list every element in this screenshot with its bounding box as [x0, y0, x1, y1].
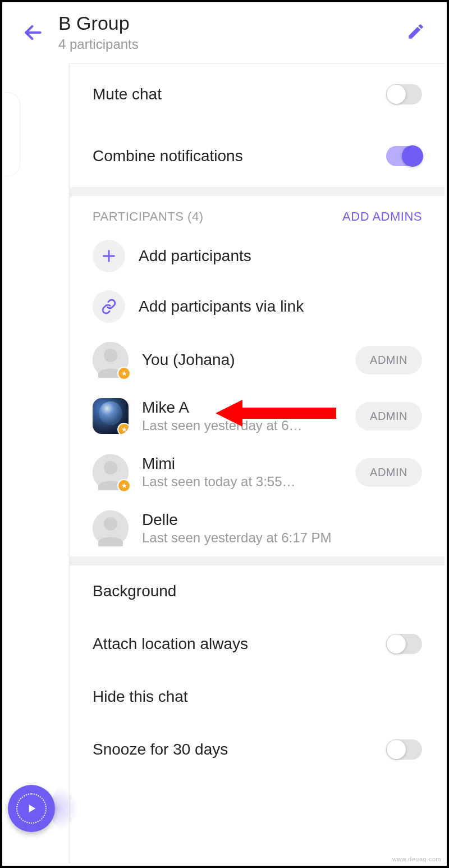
participant-name: You (Johana) [142, 351, 355, 369]
back-button[interactable] [19, 22, 47, 43]
left-panel-sliver [4, 92, 20, 176]
background-row[interactable]: Background [70, 565, 445, 617]
participant-name: Mimi [142, 455, 355, 473]
avatar [93, 398, 129, 434]
link-icon [93, 290, 125, 323]
participant-row[interactable]: You (Johana) ADMIN [70, 332, 445, 388]
attach-location-row[interactable]: Attach location always [70, 617, 445, 671]
mute-chat-label: Mute chat [93, 85, 162, 103]
group-title: B Group [58, 12, 402, 34]
pencil-icon [406, 22, 425, 41]
snooze-label: Snooze for 30 days [93, 741, 228, 759]
svg-marker-10 [29, 805, 36, 812]
svg-point-4 [104, 349, 117, 362]
group-info-panel: Mute chat Combine notifications PARTICIP… [70, 63, 445, 864]
attach-location-label: Attach location always [93, 635, 248, 653]
participants-header: PARTICIPANTS (4) ADD ADMINS [70, 196, 445, 231]
edit-button[interactable] [402, 17, 430, 48]
avatar [93, 454, 129, 490]
participant-row[interactable]: Mimi Last seen today at 3:55… ADMIN [70, 444, 445, 500]
hide-chat-row[interactable]: Hide this chat [70, 671, 445, 723]
participant-status: Last seen today at 3:55… [142, 474, 355, 490]
section-divider [70, 556, 445, 565]
header-titles: B Group 4 participants [58, 12, 402, 52]
watermark: www.deuaq.com [392, 856, 441, 862]
combine-notifications-toggle[interactable] [386, 146, 422, 166]
add-via-link-row[interactable]: Add participants via link [70, 281, 445, 332]
svg-point-6 [104, 461, 117, 474]
participants-count-label: PARTICIPANTS (4) [93, 209, 203, 224]
section-divider [70, 187, 445, 196]
header: B Group 4 participants [2, 2, 447, 62]
combine-notifications-row[interactable]: Combine notifications [70, 125, 445, 187]
hide-chat-label: Hide this chat [93, 688, 188, 706]
participant-status: Last seen yesterday at 6… [142, 418, 355, 433]
plus-icon [93, 240, 125, 272]
admin-badge: ADMIN [355, 346, 422, 374]
play-icon [16, 793, 47, 824]
snooze-toggle[interactable] [386, 739, 422, 760]
participant-row[interactable]: Mike A Last seen yesterday at 6… ADMIN [70, 388, 445, 444]
participant-status: Last seen yesterday at 6:17 PM [142, 530, 422, 546]
add-via-link-label: Add participants via link [139, 298, 304, 316]
admin-badge: ADMIN [355, 458, 422, 487]
admin-badge: ADMIN [355, 402, 422, 431]
add-participants-label: Add participants [139, 247, 251, 265]
play-fab[interactable] [8, 785, 55, 832]
avatar [93, 342, 129, 378]
star-badge-icon [117, 423, 129, 434]
mute-chat-row[interactable]: Mute chat [70, 63, 445, 125]
arrow-left-icon [22, 22, 44, 43]
svg-point-8 [104, 517, 117, 531]
add-participants-row[interactable]: Add participants [70, 231, 445, 281]
participant-row[interactable]: Delle Last seen yesterday at 6:17 PM [70, 500, 445, 556]
add-admins-button[interactable]: ADD ADMINS [342, 209, 422, 224]
group-subtitle: 4 participants [58, 36, 402, 52]
combine-notifications-label: Combine notifications [93, 147, 243, 165]
snooze-row[interactable]: Snooze for 30 days [70, 723, 445, 782]
participant-name: Delle [142, 511, 422, 529]
mute-chat-toggle[interactable] [386, 84, 422, 104]
background-label: Background [93, 582, 176, 600]
star-badge-icon [117, 479, 131, 492]
star-badge-icon [117, 367, 131, 380]
avatar [93, 510, 129, 546]
participant-name: Mike A [142, 399, 355, 417]
attach-location-toggle[interactable] [386, 634, 422, 654]
